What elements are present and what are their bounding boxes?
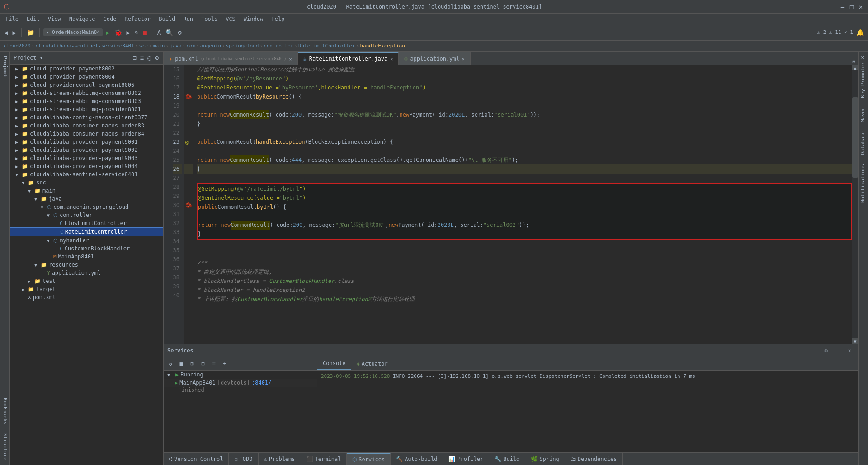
title-bar-controls[interactable]: — □ ✕ (839, 3, 864, 10)
tree-item-consul8006[interactable]: ▶ 📁 cloud-providerconsul-payment8006 (10, 81, 163, 89)
tab-build[interactable]: 🔧 Build (489, 453, 525, 465)
menu-vcs[interactable]: VCS (222, 15, 239, 23)
yml-tab-close[interactable]: ✕ (462, 56, 465, 61)
run-button[interactable]: ▶ (104, 28, 111, 38)
minimize-button[interactable]: — (839, 3, 846, 10)
console-tab[interactable]: Console (317, 357, 351, 370)
settings-icon[interactable]: ⚙ (176, 28, 183, 38)
menu-code[interactable]: Code (100, 15, 120, 23)
notifications-panel-tab[interactable]: Notifications (859, 160, 868, 207)
tab-services[interactable]: ⬡ Services (347, 453, 391, 465)
tab-application-yml[interactable]: ⚙ application.yml ✕ (399, 52, 471, 65)
forward-icon[interactable]: ▶ (11, 28, 17, 38)
stop-service-icon[interactable]: ■ (176, 359, 186, 369)
filter-service-icon[interactable]: ⊟ (198, 359, 208, 369)
bread-springcloud[interactable]: springcloud (226, 43, 259, 49)
tree-item-payment8002[interactable]: ▶ 📁 cloud-provider-payment8002 (10, 65, 163, 73)
structure-panel-tab[interactable]: Structure (0, 429, 9, 465)
tree-item-ratelimit[interactable]: C RateLimitController (10, 227, 163, 236)
maximize-button[interactable]: □ (848, 3, 855, 10)
menu-refactor[interactable]: Refactor (121, 15, 154, 23)
tab-auto-build[interactable]: 🔨 Auto-build (391, 453, 443, 465)
menu-edit[interactable]: Edit (23, 15, 43, 23)
menu-tools[interactable]: Tools (198, 15, 221, 23)
edit-run-config-icon[interactable]: ✎ (133, 28, 140, 38)
locate-file-icon[interactable]: ◎ (146, 53, 152, 62)
tree-item-resources[interactable]: ▼ 📁 resources (10, 261, 163, 269)
tab-spring[interactable]: 🌿 Spring (525, 453, 565, 465)
menu-build[interactable]: Build (155, 15, 179, 23)
tree-item-pom[interactable]: X pom.xml (10, 293, 163, 301)
bread-java[interactable]: java (170, 43, 182, 49)
search-everywhere-icon[interactable]: 🔍 (164, 28, 175, 38)
menu-view[interactable]: View (44, 15, 65, 23)
tree-item-order83[interactable]: ▶ 📁 cloudalibaba-consumer-nacos-order83 (10, 122, 163, 130)
tab-ratelimitcontroller[interactable]: ☕ RateLimitController.java ✕ (298, 52, 399, 65)
scroll-down-icon[interactable]: ▼ (852, 338, 858, 344)
bread-angenin[interactable]: angenin (200, 43, 221, 49)
tree-item-payment9003[interactable]: ▶ 📁 cloudalibaba-provider-payment9003 (10, 154, 163, 162)
tree-item-controller-pkg[interactable]: ▼ ⬡ controller (10, 211, 163, 219)
pom-tab-close[interactable]: ✕ (289, 56, 292, 61)
services-port-link[interactable]: :8401/ (252, 380, 271, 386)
tree-item-customerblock[interactable]: C CustomerBlockHandler (10, 244, 163, 253)
tree-item-flowlimit[interactable]: C FlowLimitController (10, 219, 163, 227)
debug-button[interactable]: 🐞 (113, 28, 123, 38)
tree-item-main[interactable]: ▼ 📁 main (10, 187, 163, 195)
run-with-coverage-icon[interactable]: ▶ (125, 28, 132, 38)
actuator-tab[interactable]: ◈Actuator (351, 357, 393, 370)
recent-files-icon[interactable]: 📁 (25, 28, 36, 38)
tree-item-consumer8803[interactable]: ▶ 📁 cloud-stream-rabbitmq-consumer8803 (10, 97, 163, 105)
key-promoter-panel-tab[interactable]: Key Promoter X (859, 52, 868, 103)
expand-all-icon[interactable]: ≡ (139, 53, 145, 62)
tree-item-sentinel8401[interactable]: ▼ 📁 cloudalibaba-sentinel-service8401 (10, 170, 163, 178)
tree-item-src[interactable]: ▼ 📁 src (10, 178, 163, 187)
bread-method[interactable]: handleException (360, 43, 405, 49)
tab-dependencies[interactable]: 🗂 Dependencies (565, 453, 623, 465)
maven-panel-tab[interactable]: Maven (859, 103, 868, 127)
menu-run[interactable]: Run (179, 15, 197, 23)
group-service-icon[interactable]: ≡ (209, 359, 219, 369)
menu-navigate[interactable]: Navigate (66, 15, 99, 23)
warnings-indicator[interactable]: ⚠ 2 ⚠ 11 ✓ 1 (817, 29, 853, 35)
services-settings-icon[interactable]: ⚙ (821, 346, 831, 356)
vertical-scrollbar[interactable]: ▲ ▼ (852, 65, 858, 344)
close-button[interactable]: ✕ (857, 3, 864, 10)
tree-item-payment8004[interactable]: ▶ 📁 cloud-provider-payment8004 (10, 73, 163, 81)
menu-window[interactable]: Window (240, 15, 267, 23)
restart-service-icon[interactable]: ↺ (165, 359, 175, 369)
stop-button[interactable]: ■ (142, 28, 148, 38)
tree-item-payment9002[interactable]: ▶ 📁 cloudalibaba-provider-payment9002 (10, 146, 163, 154)
bread-class[interactable]: RateLimitController (298, 43, 355, 49)
tab-version-control[interactable]: ⑆ Version Control (164, 453, 229, 465)
tree-item-mainapp[interactable]: M MainApp8401 (10, 253, 163, 261)
menu-help[interactable]: Help (268, 15, 288, 23)
database-panel-tab[interactable]: Database (859, 127, 868, 160)
tree-item-nacos3377[interactable]: ▶ 📁 cloudalibaba-config-nacos-client3377 (10, 113, 163, 122)
tree-item-provider8801[interactable]: ▶ 📁 cloud-stream-rabbitmq-provider8801 (10, 105, 163, 113)
tree-item-myhandler[interactable]: ▼ ⬡ myhandler (10, 236, 163, 244)
collapse-all-icon[interactable]: ⊟ (132, 53, 137, 62)
tree-item-order84[interactable]: ▶ 📁 cloudalibaba-consumer-nacos-order84 (10, 130, 163, 138)
tab-profiler[interactable]: 📊 Profiler (443, 453, 489, 465)
back-icon[interactable]: ◀ (3, 28, 9, 38)
bread-cloud2020[interactable]: cloud2020 (4, 43, 31, 49)
tree-item-target[interactable]: ▶ 📁 target (10, 285, 163, 293)
tree-item-java[interactable]: ▼ 📁 java (10, 195, 163, 203)
tab-todo[interactable]: ☑ TODO (229, 453, 258, 465)
code-editor-content[interactable]: //也可以使用@SentinelResource注解中的value 属性来配置 … (193, 65, 852, 344)
expand-service-icon[interactable]: ⊞ (187, 359, 197, 369)
scroll-track[interactable] (852, 70, 858, 338)
scroll-thumb[interactable] (852, 97, 858, 178)
bread-main[interactable]: main (153, 43, 165, 49)
bread-controller[interactable]: controller (264, 43, 293, 49)
services-close-icon[interactable]: ✕ (844, 346, 854, 356)
notifications-icon[interactable]: 🔔 (855, 28, 865, 38)
tab-terminal[interactable]: ⬛ Terminal (301, 453, 347, 465)
tree-item-appyml[interactable]: Y application.yml (10, 269, 163, 277)
tab-pom-xml[interactable]: ✦ pom.xml (cloudalibaba-sentinel-service… (164, 52, 298, 65)
add-service-icon[interactable]: + (220, 359, 230, 369)
services-minimize-icon[interactable]: — (833, 346, 843, 356)
tree-item-test[interactable]: ▶ 📁 test (10, 277, 163, 285)
bookmarks-panel-tab[interactable]: Bookmarks (0, 393, 9, 429)
